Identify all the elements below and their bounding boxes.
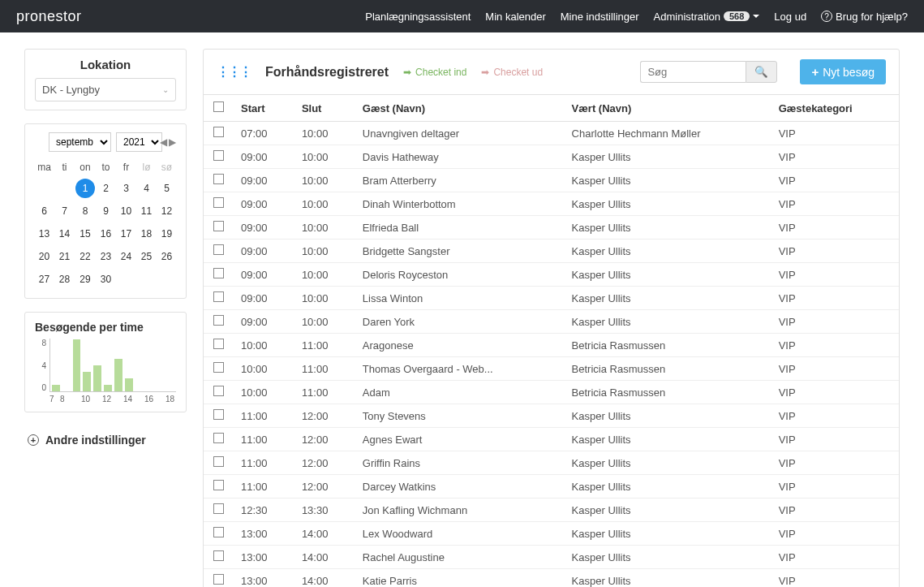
- table-row[interactable]: 07:0010:00Unavngiven deltagerCharlotte H…: [204, 122, 899, 145]
- cell-category: VIP: [771, 263, 899, 287]
- row-checkbox[interactable]: [213, 150, 224, 161]
- row-checkbox[interactable]: [213, 386, 224, 396]
- cal-day[interactable]: 20: [35, 246, 54, 267]
- cell-category: VIP: [771, 310, 899, 334]
- row-checkbox[interactable]: [213, 221, 224, 231]
- table-row[interactable]: 09:0010:00Elfrieda BallKasper UllitsVIP: [204, 216, 899, 240]
- search-button[interactable]: 🔍: [746, 61, 777, 83]
- cal-day[interactable]: 11: [137, 201, 156, 222]
- row-checkbox[interactable]: [213, 244, 224, 255]
- cal-day[interactable]: 28: [55, 269, 74, 290]
- cal-day[interactable]: 3: [117, 178, 135, 199]
- row-checkbox[interactable]: [213, 550, 224, 561]
- row-checkbox[interactable]: [213, 456, 224, 467]
- cal-day[interactable]: 9: [97, 201, 115, 222]
- cal-day[interactable]: 19: [157, 223, 176, 244]
- cal-next-icon[interactable]: ▶: [169, 136, 176, 148]
- cal-prev-icon[interactable]: ◀: [160, 136, 167, 148]
- cal-day[interactable]: 4: [137, 178, 156, 199]
- nav-help[interactable]: ? Brug for hjælp?: [821, 11, 908, 23]
- cal-day[interactable]: 15: [75, 223, 95, 244]
- cell-category: VIP: [771, 334, 899, 357]
- table-row[interactable]: 11:0012:00Agnes EwartKasper UllitsVIP: [204, 428, 899, 451]
- cal-day[interactable]: 10: [117, 201, 135, 222]
- table-row[interactable]: 13:0014:00Lex WoodwardKasper UllitsVIP: [204, 522, 899, 546]
- row-checkbox[interactable]: [213, 409, 224, 420]
- cal-day[interactable]: 12: [157, 201, 176, 222]
- table-row[interactable]: 10:0011:00AdamBetricia RasmussenVIP: [204, 381, 899, 404]
- table-row[interactable]: 10:0011:00AragoneseBetricia RasmussenVIP: [204, 334, 899, 357]
- cal-day[interactable]: 25: [137, 246, 156, 267]
- row-checkbox[interactable]: [213, 362, 224, 373]
- col-start[interactable]: Start: [233, 95, 294, 122]
- cal-day[interactable]: 2: [97, 178, 115, 199]
- new-visit-button[interactable]: + Nyt besøg: [800, 59, 886, 84]
- cal-day[interactable]: 23: [97, 246, 115, 267]
- cal-day[interactable]: 18: [137, 223, 156, 244]
- row-checkbox[interactable]: [213, 527, 224, 537]
- table-row[interactable]: 09:0010:00Bram AtterberryKasper UllitsVI…: [204, 169, 899, 192]
- row-checkbox[interactable]: [213, 127, 224, 137]
- cal-day[interactable]: 8: [75, 201, 95, 222]
- row-checkbox[interactable]: [213, 174, 224, 184]
- cal-day[interactable]: 22: [75, 246, 95, 267]
- location-select[interactable]: DK - Lyngby ⌄: [35, 78, 176, 101]
- nav-planning[interactable]: Planlægningsassistent: [365, 11, 471, 23]
- cal-day[interactable]: 16: [97, 223, 115, 244]
- row-checkbox[interactable]: [213, 339, 224, 349]
- row-checkbox[interactable]: [213, 291, 224, 302]
- row-checkbox[interactable]: [213, 433, 224, 443]
- other-settings-toggle[interactable]: + Andre indstillinger: [24, 425, 187, 455]
- row-checkbox[interactable]: [213, 197, 224, 208]
- row-checkbox[interactable]: [213, 480, 224, 490]
- nav-logout[interactable]: Log ud: [774, 11, 806, 23]
- cell-host: Kasper Ullits: [564, 169, 771, 192]
- col-guest[interactable]: Gæst (Navn): [355, 95, 564, 122]
- menu-dots-icon[interactable]: ⋮⋮⋮: [217, 64, 251, 80]
- year-select[interactable]: 2021: [116, 132, 162, 152]
- plus-circle-icon: +: [28, 434, 39, 446]
- cal-day[interactable]: 24: [117, 246, 135, 267]
- cal-day[interactable]: 6: [35, 201, 54, 222]
- row-checkbox[interactable]: [213, 268, 224, 278]
- cal-day[interactable]: 14: [55, 223, 74, 244]
- cal-day[interactable]: 30: [97, 269, 115, 290]
- main-title: Forhåndsregistreret: [265, 65, 389, 80]
- col-host[interactable]: Vært (Navn): [564, 95, 771, 122]
- table-row[interactable]: 09:0010:00Deloris RoycestonKasper Ullits…: [204, 263, 899, 287]
- table-row[interactable]: 09:0010:00Davis HathewayKasper UllitsVIP: [204, 145, 899, 169]
- table-row[interactable]: 09:0010:00Lissa WintonKasper UllitsVIP: [204, 287, 899, 310]
- table-row[interactable]: 10:0011:00Thomas Overgaard - Web...Betri…: [204, 357, 899, 381]
- cal-day[interactable]: 21: [55, 246, 74, 267]
- row-checkbox[interactable]: [213, 574, 224, 585]
- table-row[interactable]: 13:0014:00Katie ParrisKasper UllitsVIP: [204, 569, 899, 588]
- search-input[interactable]: [640, 61, 746, 83]
- row-checkbox[interactable]: [213, 315, 224, 326]
- cal-day[interactable]: 7: [55, 201, 74, 222]
- select-all-checkbox[interactable]: [213, 101, 224, 112]
- col-slut[interactable]: Slut: [294, 95, 355, 122]
- table-row[interactable]: 09:0010:00Daren YorkKasper UllitsVIP: [204, 310, 899, 334]
- cal-day[interactable]: 5: [157, 178, 176, 199]
- cal-day[interactable]: 29: [75, 269, 95, 290]
- table-row[interactable]: 11:0012:00Griffin RainsKasper UllitsVIP: [204, 451, 899, 475]
- table-row[interactable]: 11:0012:00Darcey WatkinsKasper UllitsVIP: [204, 475, 899, 499]
- cal-day[interactable]: 27: [35, 269, 54, 290]
- check-out-link[interactable]: ➡ Checket ud: [481, 67, 543, 78]
- nav-calendar[interactable]: Min kalender: [485, 11, 545, 23]
- col-category[interactable]: Gæstekategori: [771, 95, 899, 122]
- cal-day[interactable]: 13: [35, 223, 54, 244]
- month-select[interactable]: septemb: [49, 132, 111, 152]
- nav-settings[interactable]: Mine indstillinger: [561, 11, 639, 23]
- check-in-link[interactable]: ➡ Checket ind: [403, 67, 466, 78]
- table-row[interactable]: 09:0010:00Bridgette SangsterKasper Ullit…: [204, 240, 899, 263]
- cal-day[interactable]: 17: [117, 223, 135, 244]
- row-checkbox[interactable]: [213, 503, 224, 514]
- table-row[interactable]: 11:0012:00Tony StevensKasper UllitsVIP: [204, 404, 899, 428]
- table-row[interactable]: 09:0010:00Dinah WinterbottomKasper Ullit…: [204, 192, 899, 216]
- nav-admin[interactable]: Administration 568: [654, 11, 760, 23]
- cal-day[interactable]: 26: [157, 246, 176, 267]
- table-row[interactable]: 12:3013:30Jon Kafling WichmannKasper Ull…: [204, 499, 899, 522]
- cal-day[interactable]: 1: [75, 178, 95, 199]
- table-row[interactable]: 13:0014:00Rachel AugustineKasper UllitsV…: [204, 546, 899, 569]
